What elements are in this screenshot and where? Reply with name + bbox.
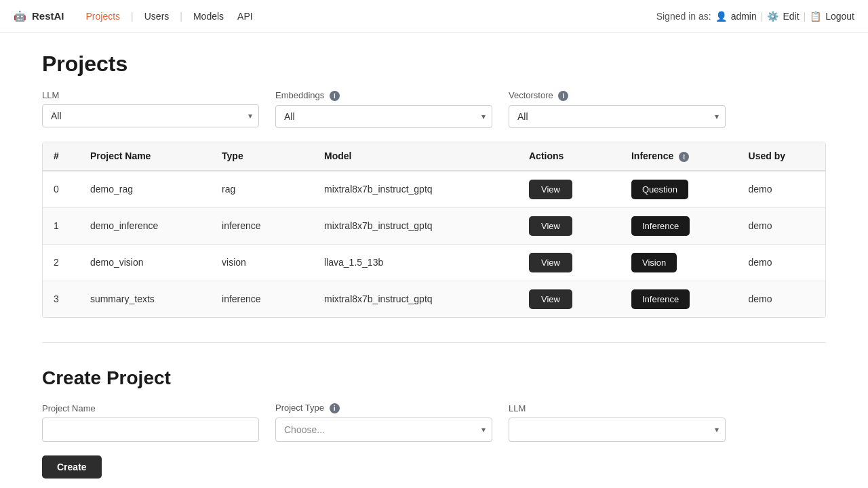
view-button[interactable]: View <box>529 253 572 272</box>
cell-model: mixtral8x7b_instruct_gptq <box>313 281 518 317</box>
cell-num: 0 <box>43 171 79 208</box>
logo-icon: 🤖 <box>14 10 26 22</box>
nav-sep-2: | <box>180 11 182 22</box>
cell-usedby: demo <box>738 281 825 317</box>
cell-name: demo_vision <box>79 244 211 281</box>
projects-table: # Project Name Type Model Actions Infere… <box>43 142 825 317</box>
table-row: 0 demo_rag rag mixtral8x7b_instruct_gptq… <box>43 171 825 208</box>
view-button[interactable]: View <box>529 180 572 199</box>
create-fields-row: Project Name Project Type i Choose... LL… <box>42 403 826 442</box>
project-name-group: Project Name <box>42 403 259 442</box>
filters-row: LLM All Embeddings i All Vectorstore i <box>42 90 826 128</box>
llm-create-select-wrapper <box>509 418 726 442</box>
main-content: Projects LLM All Embeddings i All <box>20 33 848 488</box>
nav-links: Projects | Users | Models API <box>81 8 258 24</box>
cell-inference: Question <box>620 171 738 208</box>
cell-num: 1 <box>43 207 79 244</box>
edit-link[interactable]: Edit <box>783 11 799 22</box>
llm-filter-label: LLM <box>42 90 259 100</box>
project-type-info-icon: i <box>330 403 340 413</box>
user-icon: 👤 <box>715 11 727 22</box>
nav-right: Signed in as: 👤 admin | ⚙️ Edit | 📋 Logo… <box>656 11 854 22</box>
table-header-row: # Project Name Type Model Actions Infere… <box>43 142 825 171</box>
project-type-group: Project Type i Choose... <box>275 403 492 442</box>
cell-inference: Inference <box>620 281 738 317</box>
cell-num: 2 <box>43 244 79 281</box>
embeddings-filter-group: Embeddings i All <box>275 90 492 128</box>
signed-in-text: Signed in as: <box>656 11 711 22</box>
inference-button[interactable]: Vision <box>631 253 677 272</box>
llm-filter-group: LLM All <box>42 90 259 128</box>
project-type-select[interactable]: Choose... <box>275 418 492 442</box>
app-logo[interactable]: 🤖 RestAI <box>14 10 64 22</box>
nav-right-sep-1: | <box>761 11 764 22</box>
vectorstore-info-icon: i <box>558 91 568 101</box>
llm-create-label: LLM <box>509 403 726 413</box>
table-row: 2 demo_vision vision llava_1.5_13b View … <box>43 244 825 281</box>
nav-link-api[interactable]: API <box>232 8 258 24</box>
view-button[interactable]: View <box>529 216 572 236</box>
project-type-label: Project Type i <box>275 403 492 413</box>
cell-name: demo_rag <box>79 171 211 208</box>
cell-type: rag <box>211 171 313 208</box>
table-row: 1 demo_inference inference mixtral8x7b_i… <box>43 207 825 244</box>
logout-link[interactable]: Logout <box>825 11 854 22</box>
cell-inference: Inference <box>620 207 738 244</box>
cell-type: inference <box>211 281 313 317</box>
project-type-select-wrapper: Choose... <box>275 418 492 442</box>
project-name-input[interactable] <box>42 418 259 442</box>
nav-sep-1: | <box>131 11 134 22</box>
cell-model: mixtral8x7b_instruct_gptq <box>313 207 518 244</box>
cell-model: llava_1.5_13b <box>313 244 518 281</box>
username-link[interactable]: admin <box>731 11 757 22</box>
llm-select-wrapper: All <box>42 104 259 127</box>
cell-actions: View <box>518 171 620 208</box>
cell-name: summary_texts <box>79 281 211 317</box>
cell-actions: View <box>518 207 620 244</box>
inference-button[interactable]: Question <box>631 180 688 199</box>
cell-actions: View <box>518 281 620 317</box>
cell-inference: Vision <box>620 244 738 281</box>
embeddings-select[interactable]: All <box>275 105 492 128</box>
nav-link-projects[interactable]: Projects <box>81 8 126 24</box>
nav-link-models[interactable]: Models <box>188 8 229 24</box>
llm-create-select[interactable] <box>509 418 726 442</box>
cell-type: inference <box>211 207 313 244</box>
col-header-num: # <box>43 142 79 171</box>
view-button[interactable]: View <box>529 289 572 309</box>
cell-usedby: demo <box>738 171 825 208</box>
col-header-name: Project Name <box>79 142 211 171</box>
col-header-usedby: Used by <box>738 142 825 171</box>
create-project-form: Project Name Project Type i Choose... LL… <box>42 403 826 479</box>
nav-right-sep-2: | <box>804 11 806 22</box>
col-header-model: Model <box>313 142 518 171</box>
col-header-actions: Actions <box>518 142 620 171</box>
logout-icon: 📋 <box>810 11 821 22</box>
cell-name: demo_inference <box>79 207 211 244</box>
vectorstore-select[interactable]: All <box>509 105 726 128</box>
llm-select[interactable]: All <box>42 104 259 127</box>
cell-actions: View <box>518 244 620 281</box>
embeddings-select-wrapper: All <box>275 105 492 128</box>
inference-button[interactable]: Inference <box>631 216 690 236</box>
cell-usedby: demo <box>738 207 825 244</box>
create-section-title: Create Project <box>42 367 826 389</box>
projects-table-container: # Project Name Type Model Actions Infere… <box>42 142 826 318</box>
project-name-label: Project Name <box>42 403 259 413</box>
page-title: Projects <box>42 52 826 77</box>
edit-icon: ⚙️ <box>767 11 778 22</box>
col-header-inference: Inference i <box>620 142 738 171</box>
inference-info-icon: i <box>679 152 689 162</box>
section-divider <box>42 342 826 343</box>
llm-create-group: LLM <box>509 403 726 442</box>
inference-button[interactable]: Inference <box>631 289 690 309</box>
embeddings-info-icon: i <box>330 91 340 101</box>
embeddings-filter-label: Embeddings i <box>275 90 492 101</box>
vectorstore-select-wrapper: All <box>509 105 726 128</box>
vectorstore-filter-group: Vectorstore i All <box>509 90 726 128</box>
cell-num: 3 <box>43 281 79 317</box>
create-button[interactable]: Create <box>42 455 102 479</box>
nav-link-users[interactable]: Users <box>139 8 175 24</box>
cell-usedby: demo <box>738 244 825 281</box>
col-header-type: Type <box>211 142 313 171</box>
